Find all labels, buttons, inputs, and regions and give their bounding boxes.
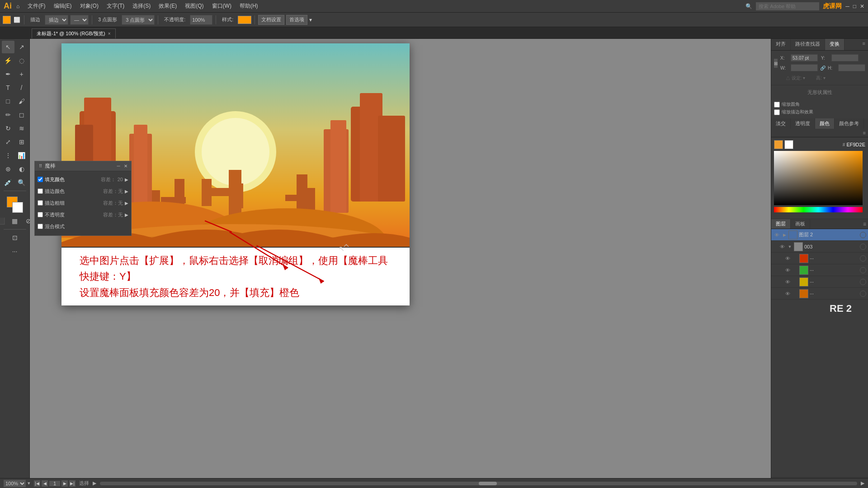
gradient-tab[interactable]: 淡交 xyxy=(771,118,791,129)
gradient-tool[interactable]: ◐ xyxy=(15,163,28,175)
scale-strokes-checkbox[interactable] xyxy=(774,109,780,115)
menu-view[interactable]: 视图(Q) xyxy=(181,1,207,11)
type-tool[interactable]: T xyxy=(2,81,14,94)
last-page-btn[interactable]: ▶| xyxy=(69,480,75,487)
layer-red-vis[interactable] xyxy=(860,255,866,262)
menu-edit[interactable]: 编辑(E) xyxy=(50,1,75,11)
layer-orange-vis[interactable] xyxy=(860,291,866,297)
layer-003-vis[interactable] xyxy=(860,244,866,250)
gradient-main[interactable] xyxy=(774,151,863,205)
align-tab[interactable]: 对齐 xyxy=(771,39,791,50)
playback-btn[interactable]: ▶ xyxy=(93,480,96,486)
fill-color-swatch[interactable] xyxy=(3,16,11,24)
layer-yellow-eye[interactable]: 👁 xyxy=(784,278,791,286)
graph-tool[interactable]: 📊 xyxy=(15,149,28,162)
layer-003-eye[interactable]: 👁 xyxy=(778,243,786,250)
hue-bar[interactable] xyxy=(774,207,863,212)
next-page-btn[interactable]: ▶ xyxy=(61,480,68,487)
layer-003-expand[interactable]: ▼ xyxy=(787,244,793,249)
layer-2-vis[interactable] xyxy=(860,232,866,238)
layer-green-vis[interactable] xyxy=(860,267,866,273)
paintbrush-tool[interactable]: 🖌 xyxy=(15,95,28,108)
panel-options-btn[interactable]: ─ xyxy=(116,164,121,169)
w-input[interactable] xyxy=(791,64,818,71)
color-guide-tab[interactable]: 颜色参考 xyxy=(835,118,864,129)
stroke-icon[interactable]: ⬜ xyxy=(13,16,21,24)
zoom-chevron[interactable]: ▾ xyxy=(28,480,30,486)
reference-point-grid[interactable]: ⊞ xyxy=(774,59,778,68)
color-tab[interactable]: 颜色 xyxy=(815,118,835,129)
style-swatch[interactable] xyxy=(238,16,251,24)
layer-2-expand[interactable]: ▶ xyxy=(782,232,787,238)
artboards-tab[interactable]: 画板 xyxy=(791,219,810,229)
fill-tolerance-arrow[interactable]: ▶ xyxy=(125,177,128,182)
close-btn[interactable]: ✕ xyxy=(860,3,864,9)
background-color[interactable] xyxy=(12,202,23,213)
zoom-tool[interactable]: 🔍 xyxy=(15,176,28,189)
stroke-select[interactable]: 插边 xyxy=(45,15,68,25)
scale-corners-checkbox[interactable] xyxy=(774,102,780,108)
first-page-btn[interactable]: |◀ xyxy=(34,480,40,487)
artboard-tool[interactable]: ⊡ xyxy=(9,231,21,244)
search-input[interactable] xyxy=(756,2,819,10)
blend-mode-checkbox[interactable] xyxy=(38,224,43,229)
more-tools[interactable]: ··· xyxy=(9,245,21,258)
stroke-style-select[interactable]: — xyxy=(70,15,89,25)
layer-item-2[interactable]: 👁 ▶ 图层 2 xyxy=(771,229,868,241)
layer-orange-eye[interactable]: 👁 xyxy=(784,290,791,297)
rect-tool[interactable]: □ xyxy=(2,95,14,108)
layers-tab[interactable]: 图层 xyxy=(771,219,791,229)
layer-2-eye[interactable]: 👁 xyxy=(773,231,780,239)
color-btn[interactable]: ⬛ xyxy=(0,215,8,227)
free-transform-tool[interactable]: ⊞ xyxy=(15,136,28,148)
scroll-thumb[interactable] xyxy=(479,482,497,485)
layers-options[interactable]: ≡ xyxy=(861,219,868,229)
direct-select-tool[interactable]: ↗ xyxy=(15,41,28,53)
menu-object[interactable]: 对象(O) xyxy=(76,1,102,11)
line-tool[interactable]: / xyxy=(15,81,28,94)
layer-red-eye[interactable]: 👁 xyxy=(784,255,791,262)
select-tool[interactable]: ↖ xyxy=(2,41,14,53)
symbol-tool[interactable]: ⋮ xyxy=(2,149,14,162)
fill-color-checkbox[interactable] xyxy=(38,177,43,182)
magic-wand-tool[interactable]: ⚡ xyxy=(2,54,14,67)
layer-green-eye[interactable]: 👁 xyxy=(784,267,791,274)
fg-swatch[interactable] xyxy=(774,140,783,149)
stroke-width-checkbox[interactable] xyxy=(38,200,43,206)
stroke-color-checkbox[interactable] xyxy=(38,188,43,194)
bg-swatch[interactable] xyxy=(784,140,793,149)
transform-tab[interactable]: 变换 xyxy=(825,39,844,50)
stroke-arrow[interactable]: ▶ xyxy=(125,189,128,194)
restore-btn[interactable]: □ xyxy=(853,3,856,9)
layer-item-green[interactable]: 👁 ··· xyxy=(771,264,868,276)
panel-options-icon[interactable]: ≡ xyxy=(860,39,868,50)
menu-type[interactable]: 文字(T) xyxy=(103,1,128,11)
panel-close-btn[interactable]: ✕ xyxy=(123,164,128,169)
layer-item-yellow[interactable]: 👁 ··· xyxy=(771,276,868,288)
layer-item-red[interactable]: 👁 ··· xyxy=(771,253,868,264)
stroke-width-arrow[interactable]: ▶ xyxy=(125,201,128,206)
prev-page-btn[interactable]: ◀ xyxy=(42,480,48,487)
menu-effect[interactable]: 效果(E) xyxy=(155,1,180,11)
doc-settings-btn[interactable]: 文档设置 xyxy=(258,15,284,25)
zoom-select[interactable]: 100% xyxy=(4,480,26,487)
preferences-btn[interactable]: 首选项 xyxy=(286,15,307,25)
horizontal-scrollbar[interactable] xyxy=(100,482,857,485)
scale-tool[interactable]: ⤢ xyxy=(2,136,14,148)
pen-tool[interactable]: ✒ xyxy=(2,68,14,80)
lasso-tool[interactable]: ◌ xyxy=(15,54,28,67)
transparency-tab[interactable]: 透明度 xyxy=(791,118,815,129)
preferences-arrow-icon[interactable]: ▾ xyxy=(309,17,312,23)
h-input[interactable] xyxy=(838,64,865,71)
gradient-swatch[interactable]: ▦ xyxy=(9,215,21,227)
minimize-btn[interactable]: ─ xyxy=(845,3,849,9)
y-input[interactable] xyxy=(831,54,859,61)
pencil-tool[interactable]: ✏ xyxy=(2,108,14,121)
page-input[interactable] xyxy=(49,481,60,486)
menu-help[interactable]: 帮助(H) xyxy=(236,1,262,11)
layer-item-orange[interactable]: 👁 ··· xyxy=(771,288,868,300)
point-select[interactable]: 3 点圆形 xyxy=(122,15,155,25)
layer-item-003[interactable]: 👁 ▼ 003 xyxy=(771,241,868,253)
eraser-tool[interactable]: ◻ xyxy=(15,108,28,121)
document-tab[interactable]: 未标题-1* @ 100% (RGB/预览) × xyxy=(32,28,116,38)
